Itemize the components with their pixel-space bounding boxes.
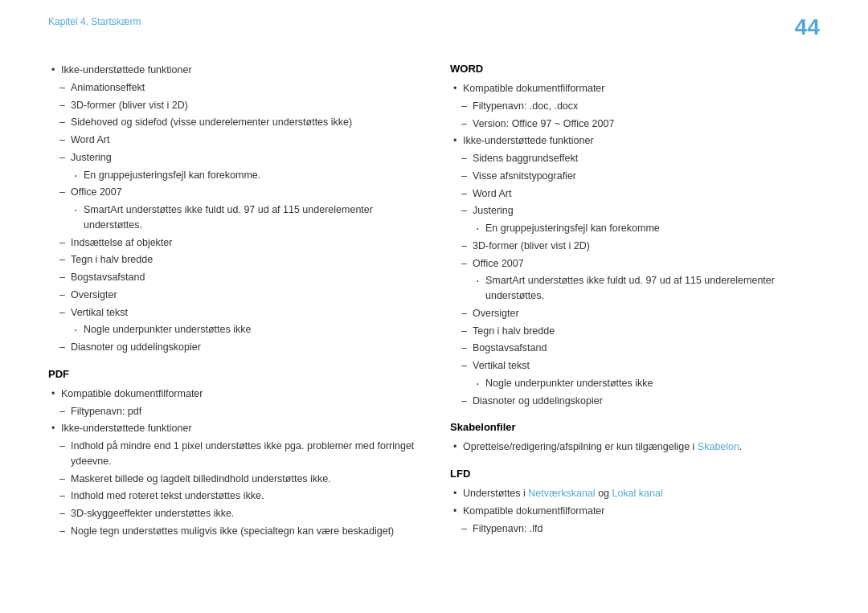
list-item: Kompatible dokumentfilformater (450, 504, 820, 519)
list-item: Oversigter (48, 288, 418, 303)
lfd-between-text: og (596, 488, 612, 499)
list-item: Oprettelse/redigering/afspilning er kun … (450, 439, 820, 455)
list-item: Maskeret billede og lagdelt billedindhol… (48, 472, 418, 487)
list-item: Oversigter (450, 306, 820, 321)
lfd-text-before: Understøttes i (463, 488, 528, 499)
skabelonfiler-heading: Skabelonfiler (450, 421, 820, 433)
content-area: Ikke-understøttede funktioner Animations… (48, 63, 820, 552)
page-container: Kapitel 4. Startskærm 44 Ikke-understøtt… (0, 0, 868, 613)
pdf-heading: PDF (48, 368, 418, 380)
breadcrumb: Kapitel 4. Startskærm (48, 16, 141, 27)
lokal-kanal-link[interactable]: Lokal kanal (612, 488, 663, 499)
list-item: Indhold med roteret tekst understøttes i… (48, 488, 418, 504)
list-item: Word Art (450, 186, 820, 202)
list-item: Indhold på mindre end 1 pixel understøtt… (48, 439, 418, 469)
list-item: Ikke-understøttede funktioner (48, 63, 418, 78)
list-item: Animationseffekt (48, 80, 418, 96)
list-item: 3D-former (bliver vist i 2D) (450, 239, 820, 254)
list-item: Diasnoter og uddelingskopier (48, 340, 418, 355)
list-item: Word Art (48, 133, 418, 148)
list-item: Ikke-understøttede funktioner (48, 421, 418, 436)
word-heading: WORD (450, 63, 820, 75)
skabelonfiler-text-after: . (739, 441, 742, 452)
netvaerkskanal-link[interactable]: Netværkskanal (528, 488, 595, 499)
list-item: Tegn i halv bredde (450, 324, 820, 339)
list-item: Understøttes i Netværkskanal og Lokal ka… (450, 486, 820, 501)
list-item: Bogstavsafstand (48, 270, 418, 285)
list-item: Indsættelse af objekter (48, 235, 418, 251)
skabelonfiler-section: Skabelonfiler Oprettelse/redigering/afsp… (450, 421, 820, 455)
list-item: 3D-former (bliver vist i 2D) (48, 98, 418, 113)
list-item: Tegn i halv bredde (48, 252, 418, 268)
page-number: 44 (795, 16, 820, 39)
unsupported-functions-section: Ikke-understøttede funktioner Animations… (48, 63, 418, 355)
skabelon-link[interactable]: Skabelon (698, 441, 739, 452)
left-column: Ikke-understøttede funktioner Animations… (48, 63, 418, 552)
list-item: SmartArt understøttes ikke fuldt ud. 97 … (48, 202, 418, 233)
list-item: Filtypenavn: .doc, .docx (450, 99, 820, 114)
list-item: Office 2007 (450, 256, 820, 272)
word-section: WORD Kompatible dokumentfilformater Filt… (450, 63, 820, 408)
list-item: Nogle underpunkter understøttes ikke (48, 322, 418, 337)
skabelonfiler-text-before: Oprettelse/redigering/afspilning er kun … (463, 441, 698, 452)
page-header: Kapitel 4. Startskærm 44 (48, 16, 820, 39)
lfd-heading: LFD (450, 468, 820, 480)
list-item: Ikke-understøttede funktioner (450, 133, 820, 149)
list-item: 3D-skyggeeffekter understøttes ikke. (48, 506, 418, 521)
list-item: Nogle underpunkter understøttes ikke (450, 376, 820, 391)
list-item: Vertikal tekst (48, 305, 418, 321)
lfd-section: LFD Understøttes i Netværkskanal og Loka… (450, 468, 820, 536)
pdf-section: PDF Kompatible dokumentfilformater Filty… (48, 368, 418, 539)
list-item: Vertikal tekst (450, 358, 820, 374)
list-item: Sidens baggrundseffekt (450, 151, 820, 166)
list-item: Justering (48, 150, 418, 166)
list-item: Filtypenavn: .lfd (450, 521, 820, 537)
list-item: SmartArt understøttes ikke fuldt ud. 97 … (450, 273, 820, 304)
list-item: Nogle tegn understøttes muligvis ikke (s… (48, 524, 418, 539)
list-item: Diasnoter og uddelingskopier (450, 394, 820, 409)
list-item: Kompatible dokumentfilformater (450, 81, 820, 96)
right-column: WORD Kompatible dokumentfilformater Filt… (450, 63, 820, 552)
list-item: Sidehoved og sidefod (visse underelement… (48, 115, 418, 130)
list-item: Bogstavsafstand (450, 341, 820, 356)
list-item: Visse afsnitstypografier (450, 169, 820, 184)
list-item: Version: Office 97 ~ Office 2007 (450, 116, 820, 132)
list-item: Office 2007 (48, 185, 418, 200)
list-item: Filtypenavn: pdf (48, 404, 418, 419)
list-item: Kompatible dokumentfilformater (48, 386, 418, 402)
list-item: En gruppejusteringsfejl kan forekomme (450, 221, 820, 236)
list-item: En gruppejusteringsfejl kan forekomme. (48, 168, 418, 183)
list-item: Justering (450, 203, 820, 219)
